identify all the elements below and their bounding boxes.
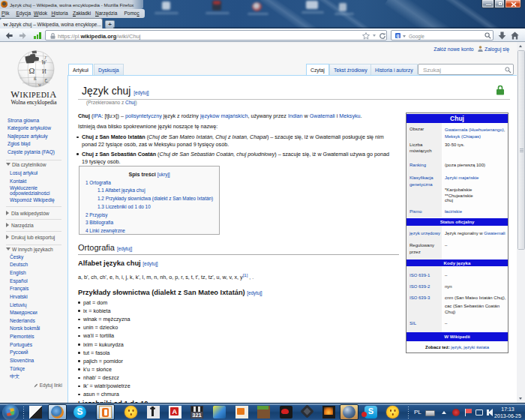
svg-text:И: И [42,68,46,75]
svg-text:Ω: Ω [29,67,35,75]
svg-text:ح: ح [44,76,48,82]
svg-text:ß: ß [34,76,37,82]
